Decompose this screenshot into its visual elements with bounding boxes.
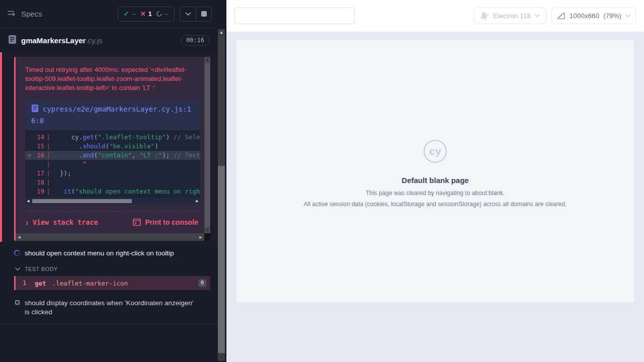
stop-icon <box>201 11 207 17</box>
specs-menu-icon[interactable] <box>7 9 16 19</box>
code-line: 17| }); <box>25 169 200 178</box>
browser-label: Electron 118 <box>493 12 531 20</box>
code-scroll-thumb[interactable] <box>32 199 132 203</box>
test-item-pending[interactable]: should display coordinates when 'Koordin… <box>0 290 218 324</box>
command-count-badge: 0 <box>198 279 206 287</box>
list-divider <box>0 324 218 324</box>
scroll-right-icon[interactable]: ▶ <box>194 199 200 203</box>
error-scroll-area: Timed out retrying after 4000ms: expecte… <box>16 57 204 233</box>
sidebar-vertical-scrollbar[interactable]: ▲ ▼ <box>218 29 225 361</box>
ruler-icon <box>557 12 566 20</box>
code-line: 14| cy.get(".leaflet-tooltip") // Sele <box>25 133 200 142</box>
failed-attempt-region: Timed out retrying after 4000ms: expecte… <box>0 52 218 242</box>
viewport-size: 1000x660 <box>570 12 599 20</box>
test-title: should open context menu on right-click … <box>25 249 174 258</box>
viewport-select[interactable]: 1000x660 (79%) <box>551 8 636 24</box>
error-vscroll-thumb[interactable] <box>205 63 210 227</box>
scroll-down-icon[interactable]: ▼ <box>218 354 225 361</box>
aut-main-area: Electron 118 1000x660 (79%) cy Default b… <box>226 0 644 362</box>
blank-page-line2: All active session data (cookies, localS… <box>236 200 634 209</box>
code-line: 15| .should("be.visible") <box>25 142 200 151</box>
blank-page: cy Default blank page This page was clea… <box>236 40 634 302</box>
run-controls <box>180 7 212 22</box>
spinner-icon <box>14 250 20 256</box>
error-message: Timed out retrying after 4000ms: expecte… <box>16 64 204 93</box>
chevron-right-icon: ❯ <box>25 220 29 226</box>
collapse-button[interactable] <box>180 7 196 21</box>
code-line: 19| it("should open context menu on righ <box>25 187 200 196</box>
code-line: >16| .and("contain", "LT :"); // Test <box>25 151 200 160</box>
viewport-zoom: (79%) <box>603 12 621 20</box>
code-lines: 14| cy.get(".leaflet-tooltip") // Sele15… <box>25 130 200 198</box>
scroll-down-icon[interactable]: ▼ <box>204 227 210 233</box>
error-panel: Timed out retrying after 4000ms: expecte… <box>14 57 210 241</box>
stat-passed: ✓ -- <box>124 10 136 18</box>
chevron-down-icon <box>15 267 20 271</box>
chevron-down-icon <box>185 12 191 16</box>
chevron-down-icon <box>535 14 540 18</box>
document-icon <box>8 35 17 46</box>
pending-circle-icon <box>155 10 163 18</box>
stop-button[interactable] <box>196 7 211 21</box>
error-vertical-scrollbar[interactable]: ▲ ▼ <box>204 57 210 233</box>
scroll-up-icon[interactable]: ▲ <box>204 57 210 63</box>
check-icon: ✓ <box>124 10 129 18</box>
command-log-row[interactable]: 1 get .leaflet-marker-icon 0 <box>14 276 210 290</box>
view-stack-trace-button[interactable]: ❯View stack trace <box>25 218 98 226</box>
code-line: 18| <box>25 178 200 187</box>
x-icon: ✕ <box>140 10 146 18</box>
scroll-up-icon[interactable]: ▲ <box>218 29 225 36</box>
spec-file-ext: .cy.js <box>86 36 102 45</box>
scroll-left-icon[interactable]: ◀ <box>25 199 31 203</box>
electron-icon <box>480 12 489 20</box>
test-title: should display coordinates when 'Koordin… <box>25 299 198 317</box>
reporter-header: Specs ✓ -- ✕ 1 -- <box>0 0 218 28</box>
scroll-left-icon[interactable]: ◀ <box>16 235 23 239</box>
reporter-sidebar: Specs ✓ -- ✕ 1 -- <box>0 0 226 362</box>
code-line: | ^ <box>25 160 200 169</box>
pending-square-icon <box>15 300 20 305</box>
blank-page-title: Default blank page <box>236 176 634 185</box>
error-actions: ❯View stack trace Print to console <box>16 212 204 233</box>
app: Specs ✓ -- ✕ 1 -- <box>0 0 644 362</box>
scrollbar-corner <box>204 233 210 241</box>
blank-page-line1: This page was cleared by navigating to a… <box>236 189 634 198</box>
test-body-section[interactable]: TEST BODY <box>0 261 218 276</box>
spec-timer: 00:16 <box>181 35 210 46</box>
code-frame-path[interactable]: cypress/e2e/gmaMarkersLayer.cy.js:16:8 <box>25 100 200 130</box>
scroll-right-icon[interactable]: ▶ <box>197 235 204 239</box>
test-stats: ✓ -- ✕ 1 -- <box>118 7 175 22</box>
chevron-down-icon <box>625 14 630 18</box>
code-frame: cypress/e2e/gmaMarkersLayer.cy.js:16:8 1… <box>25 100 200 205</box>
code-horizontal-scrollbar[interactable]: ◀ ▶ <box>25 198 200 205</box>
error-horizontal-scrollbar[interactable]: ◀ ▶ <box>16 233 204 241</box>
command-method: get <box>35 280 46 287</box>
url-input[interactable] <box>234 8 355 24</box>
spec-file-row[interactable]: gmaMarkersLayer.cy.js 00:16 <box>0 28 218 52</box>
stat-pending: -- <box>156 11 169 18</box>
file-icon <box>31 104 39 116</box>
specs-title: Specs <box>21 10 42 18</box>
sidebar-scroll-thumb[interactable] <box>218 166 225 353</box>
test-item-running[interactable]: should open context menu on right-click … <box>0 242 218 261</box>
print-to-console-button[interactable]: Print to console <box>133 218 198 226</box>
reporter-content: Specs ✓ -- ✕ 1 -- <box>0 0 218 362</box>
spec-file-name: gmaMarkersLayer <box>21 36 86 45</box>
test-body-label: TEST BODY <box>25 266 58 272</box>
aut-viewport: cy Default blank page This page was clea… <box>226 32 644 362</box>
browser-select[interactable]: Electron 118 <box>474 8 546 24</box>
command-number: 1 <box>23 280 35 287</box>
stat-failed: ✕ 1 <box>140 10 152 18</box>
aut-header: Electron 118 1000x660 (79%) <box>226 0 644 32</box>
command-argument: .leaflet-marker-icon <box>52 280 128 287</box>
cypress-logo: cy <box>424 140 447 163</box>
console-icon <box>133 218 141 226</box>
